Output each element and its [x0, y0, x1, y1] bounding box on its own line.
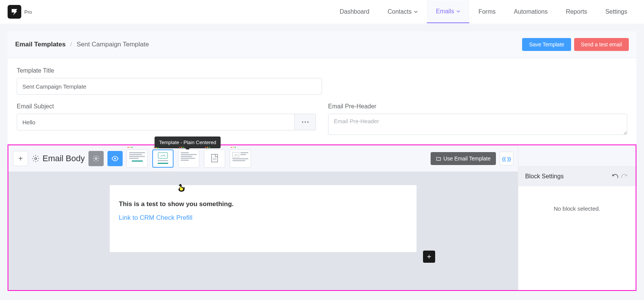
no-block-message: No block selected.: [518, 186, 636, 231]
nav-settings[interactable]: Settings: [596, 1, 636, 23]
template-thumbnails: </>: [126, 149, 251, 168]
nav-items: Dashboard Contacts Emails Forms Automati…: [330, 0, 636, 23]
undo-icon: [611, 173, 619, 180]
editor-canvas: This is a test to show you something. Li…: [8, 171, 518, 290]
svg-point-2: [114, 158, 116, 160]
nav-label: Contacts: [388, 8, 412, 15]
email-content[interactable]: This is a test to show you something. Li…: [110, 185, 417, 252]
chevron-down-icon: [414, 10, 418, 14]
nav-contacts[interactable]: Contacts: [379, 1, 427, 23]
folder-icon: [436, 156, 441, 161]
add-content-block-button[interactable]: [423, 251, 435, 263]
template-plain-centered[interactable]: [152, 149, 174, 168]
breadcrumb-current: Sent Campaign Template: [77, 41, 149, 48]
document-icon: [209, 154, 220, 163]
body-text: This is a test to show you something.: [119, 200, 407, 208]
block-settings-sidebar: Block Settings No block selected.: [518, 145, 636, 290]
gear-icon: [93, 155, 99, 162]
nav-automations[interactable]: Automations: [505, 1, 557, 23]
preheader-label: Email Pre-Header: [328, 103, 627, 110]
nav-label: Settings: [605, 8, 627, 15]
panel-header: Email Templates / Sent Campaign Template…: [8, 31, 636, 58]
email-subject-label: Email Subject: [17, 103, 316, 110]
pro-label: Pro: [24, 9, 32, 15]
app-logo[interactable]: [8, 5, 21, 19]
nav-label: Reports: [566, 8, 587, 15]
add-block-button[interactable]: +: [13, 151, 28, 166]
nav-label: Emails: [436, 8, 454, 15]
settings-toggle-button[interactable]: [88, 151, 104, 166]
redo-button[interactable]: [620, 172, 629, 181]
nav-label: Dashboard: [339, 8, 369, 15]
undo-button[interactable]: [611, 172, 620, 181]
use-template-label: Use Email Template: [444, 156, 491, 162]
save-template-button[interactable]: Save Template: [522, 38, 571, 51]
breadcrumb-sep: /: [70, 41, 72, 48]
ellipsis-icon: [302, 121, 309, 123]
chevron-down-icon: [456, 10, 460, 13]
nav-reports[interactable]: Reports: [557, 1, 596, 23]
nav-label: Automations: [514, 8, 548, 15]
redo-icon: [620, 173, 628, 180]
eye-icon: [112, 155, 118, 162]
gear-icon: [32, 155, 39, 162]
template-tooltip: Template - Plain Centered: [155, 137, 221, 148]
template-title-label: Template Title: [17, 67, 322, 74]
editor-toolbar: Template - Plain Centered + Email Body: [8, 145, 518, 171]
plus-icon: [426, 254, 432, 260]
image-icon: [160, 154, 166, 157]
body-link[interactable]: Link to CRM Check Prefill: [119, 214, 193, 221]
nav-emails[interactable]: Emails: [427, 0, 469, 23]
email-body-section: Template - Plain Centered + Email Body: [8, 144, 636, 291]
brand-wrap: Pro: [8, 5, 32, 19]
nav-forms[interactable]: Forms: [469, 1, 505, 23]
email-subject-input[interactable]: [17, 114, 295, 130]
nav-label: Forms: [478, 8, 496, 15]
breadcrumb: Email Templates / Sent Campaign Template: [15, 41, 149, 48]
main-panel: Email Templates / Sent Campaign Template…: [8, 31, 636, 291]
template-left-aligned[interactable]: [178, 149, 199, 168]
nav-dashboard[interactable]: Dashboard: [330, 1, 378, 23]
breadcrumb-root[interactable]: Email Templates: [15, 41, 66, 48]
preview-button[interactable]: [107, 151, 123, 166]
subject-more-button[interactable]: [295, 114, 316, 130]
preheader-input[interactable]: [328, 114, 627, 135]
template-html[interactable]: </>: [230, 149, 251, 168]
shortcode-button[interactable]: {{ }}: [500, 152, 513, 165]
email-body-title: Email Body: [43, 154, 85, 163]
block-settings-header: Block Settings: [518, 167, 636, 186]
logo-icon: [10, 8, 19, 16]
svg-point-1: [95, 158, 97, 160]
send-test-button[interactable]: Send a test email: [574, 38, 629, 51]
top-nav: Pro Dashboard Contacts Emails Forms Auto…: [0, 0, 644, 24]
template-document[interactable]: [204, 149, 225, 168]
template-simple[interactable]: [126, 149, 148, 168]
block-settings-title: Block Settings: [525, 173, 564, 180]
svg-point-0: [35, 158, 37, 160]
use-email-template-button[interactable]: Use Email Template: [431, 152, 496, 165]
template-title-input[interactable]: [17, 78, 322, 95]
